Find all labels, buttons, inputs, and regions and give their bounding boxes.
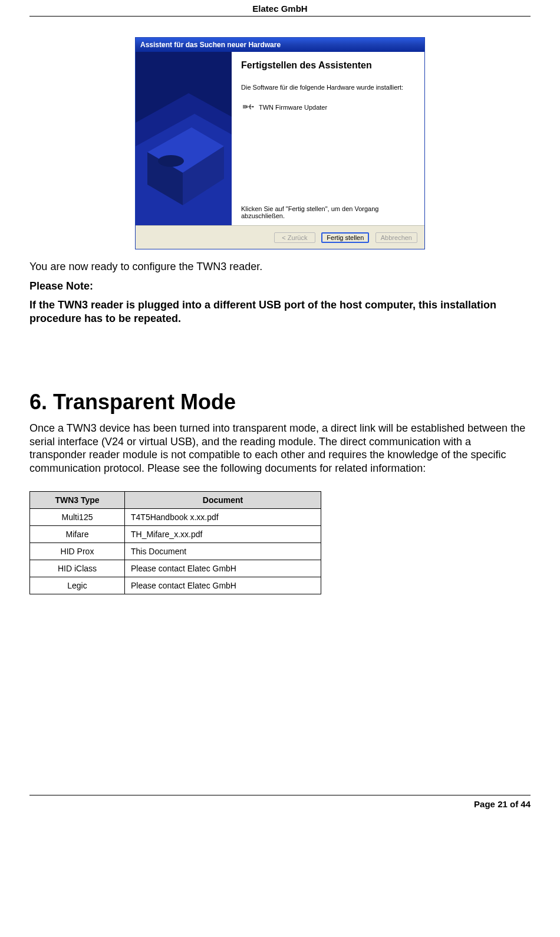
page-number: Page 21 of 44: [474, 799, 531, 809]
wizard-heading: Fertigstellen des Assistenten: [241, 60, 415, 71]
page-header: Elatec GmbH: [29, 0, 531, 17]
svg-point-9: [252, 106, 253, 107]
twn3-type: HID Prox: [30, 543, 125, 560]
svg-rect-8: [246, 106, 248, 108]
wizard-instruction: Klicken Sie auf "Fertig stellen", um den…: [241, 205, 415, 219]
table-row: Mifare TH_Mifare_x.xx.pdf: [30, 526, 321, 543]
wizard-device-name: TWN Firmware Updater: [259, 104, 327, 111]
twn3-type: Mifare: [30, 526, 125, 543]
wizard-device-row: TWN Firmware Updater: [242, 101, 415, 113]
cancel-button[interactable]: Abbrechen: [375, 232, 417, 243]
wizard-titlebar: Assistent für das Suchen neuer Hardware: [136, 38, 424, 52]
twn3-doc: Please contact Elatec GmbH: [125, 560, 321, 577]
table-row: Multi125 T4T5Handbook x.xx.pdf: [30, 509, 321, 526]
section-heading: 6. Transparent Mode: [29, 390, 531, 415]
svg-point-6: [158, 155, 184, 167]
twn3-doc: Please contact Elatec GmbH: [125, 577, 321, 594]
table-row: HID Prox This Document: [30, 543, 321, 560]
wizard-subtitle: Die Software für die folgende Hardware w…: [241, 84, 415, 91]
twn3-doc: TH_Mifare_x.xx.pdf: [125, 526, 321, 543]
table-row: Legic Please contact Elatec GmbH: [30, 577, 321, 594]
wizard-title-text: Assistent für das Suchen neuer Hardware: [140, 41, 281, 49]
table-header-row: TWN3 Type Document: [30, 492, 321, 509]
finish-button[interactable]: Fertig stellen: [321, 232, 369, 243]
twn3-type: Multi125: [30, 509, 125, 526]
table-row: HID iClass Please contact Elatec GmbH: [30, 560, 321, 577]
wizard-button-bar: < Zurück Fertig stellen Abbrechen: [136, 225, 424, 249]
page-footer: Page 21 of 44: [29, 795, 531, 821]
twn3-type: Legic: [30, 577, 125, 594]
wizard-sidebar-image: [136, 52, 232, 225]
back-button[interactable]: < Zurück: [274, 232, 315, 243]
table-header-type: TWN3 Type: [30, 492, 125, 509]
usb-icon: [242, 101, 254, 113]
table-header-document: Document: [125, 492, 321, 509]
header-title: Elatec GmbH: [252, 4, 307, 14]
svg-rect-7: [243, 105, 246, 109]
wizard-main-panel: Fertigstellen des Assistenten Die Softwa…: [232, 52, 424, 225]
twn3-doc: T4T5Handbook x.xx.pdf: [125, 509, 321, 526]
wizard-screenshot: Assistent für das Suchen neuer Hardware: [29, 37, 531, 249]
twn3-doc: This Document: [125, 543, 321, 560]
note-text: If the TWN3 reader is plugged into a dif…: [29, 298, 531, 325]
please-note-label: Please Note:: [29, 280, 531, 293]
section-paragraph: Once a TWN3 device has been turned into …: [29, 422, 531, 475]
documents-table: TWN3 Type Document Multi125 T4T5Handbook…: [29, 491, 321, 594]
ready-text: You are now ready to configure the TWN3 …: [29, 260, 531, 274]
twn3-type: HID iClass: [30, 560, 125, 577]
